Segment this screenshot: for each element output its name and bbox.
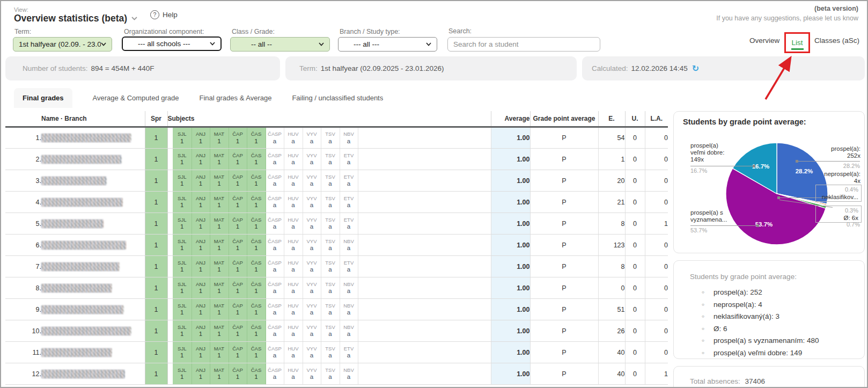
- subject-cell: SJL1: [173, 213, 192, 235]
- average-value: 1.00: [491, 363, 530, 385]
- header-average[interactable]: Average: [491, 111, 530, 127]
- refresh-icon[interactable]: ↻: [692, 63, 699, 74]
- student-row[interactable]: 1.1SJL1ANJ1MAT1ČAP1ČAS1ČASPaHUVaVYVaTSVa…: [5, 127, 668, 149]
- student-name[interactable]: [41, 213, 145, 235]
- row-number: 11.: [5, 342, 41, 363]
- header-name-branch[interactable]: Name · Branch: [41, 111, 145, 127]
- view-selector-dropdown[interactable]: Overview statistics (beta): [14, 13, 137, 24]
- subject-cell: ETVa: [340, 170, 358, 192]
- gpa-value: P: [530, 235, 598, 256]
- student-row[interactable]: 6.1SJL1ANJ1MAT1ČAP1ČAS1ČASPaHUVaVYVaTSVa…: [5, 235, 668, 256]
- tab-final-grades-average[interactable]: Final grades & Average: [200, 88, 272, 108]
- students-count-value: 894 = 454M + 440F: [91, 64, 155, 72]
- row-number: 3.: [5, 170, 41, 192]
- tab-final-grades[interactable]: Final grades: [14, 88, 72, 108]
- nav-tab-list[interactable]: List: [786, 39, 808, 47]
- student-row[interactable]: 9.1SJL1ANJ1MAT1ČAP1ČAS1ČASPaHUVaVYVaTSVa…: [5, 299, 668, 320]
- subject-cell: ČAS1: [247, 256, 266, 277]
- search-input[interactable]: [447, 37, 600, 52]
- student-name[interactable]: [41, 149, 145, 170]
- student-row[interactable]: 5.1SJL1ANJ1MAT1ČAP1ČAS1ČASPaHUVaVYVaTSVa…: [5, 213, 668, 235]
- student-name[interactable]: [41, 192, 145, 213]
- subject-cell: TSVa: [321, 256, 340, 277]
- student-row[interactable]: 2.1SJL1ANJ1MAT1ČAP1ČAS1ČASPaHUVaVYVaTSVa…: [5, 149, 668, 170]
- subject-cell: ANJ1: [192, 299, 210, 320]
- term-select[interactable]: Term: 1st halfyear (02.09. - 23.0: [13, 37, 112, 52]
- student-row[interactable]: 12.1SJL1ANJ1MAT1ČAP1ČAS1ČASPaHUVaVYVaTSV…: [5, 363, 668, 385]
- subject-cell: NBVa: [340, 235, 358, 256]
- student-row[interactable]: 4.1SJL1ANJ1MAT1ČAP1ČAS1ČASPaHUVaVYVaTSVa…: [5, 192, 668, 213]
- subject-cell: MAT1: [210, 320, 229, 342]
- student-row[interactable]: 8.1SJL1ANJ1MAT1ČAP1ČAS1ČASPaHUVaVYVaTSVa…: [5, 277, 668, 299]
- subject-cell: TSVa: [321, 192, 340, 213]
- header-grade-point-average[interactable]: Grade point average: [530, 111, 598, 127]
- subject-cell: MAT1: [210, 363, 229, 385]
- callout-vyznamenanim: prospel(a) s vyznamena...: [690, 209, 727, 223]
- organizational-component-label: Organizational component:: [124, 28, 204, 35]
- nav-tab-classes-asc[interactable]: Classes (aSc): [814, 36, 859, 45]
- branch-study-type-select[interactable]: Branch / Study type: --- all ---: [338, 37, 437, 52]
- subject-cell: ČASPa: [266, 299, 284, 320]
- student-name[interactable]: [41, 277, 145, 299]
- unexcused-count: 0: [625, 149, 645, 170]
- header-spr[interactable]: Spr: [145, 111, 167, 127]
- student-row[interactable]: 11.1SJL1ANJ1MAT1ČAP1ČAS1ČASPaHUVaVYVaTSV…: [5, 342, 668, 363]
- header-excused[interactable]: E.: [598, 111, 625, 127]
- subject-cell: ČAP1: [229, 277, 247, 299]
- subject-cell: VYVa: [303, 170, 321, 192]
- late-arrival-count: 1: [645, 363, 668, 385]
- pie-label-blue: 28.2%: [796, 168, 813, 174]
- student-name[interactable]: [41, 256, 145, 277]
- header-late-arrivals[interactable]: L.A.: [645, 111, 668, 127]
- calculated-label: Calculated:: [592, 64, 628, 72]
- page-title: Overview statistics (beta): [14, 13, 127, 24]
- class-grade-label: Class / Grade:: [232, 28, 275, 35]
- chevron-down-icon: [101, 42, 106, 46]
- help-button[interactable]: ? Help: [150, 10, 178, 19]
- tab-average-computed-grade[interactable]: Average & Computed grade: [93, 88, 179, 108]
- subject-cell: HUVa: [284, 320, 303, 342]
- spr-grade: 1: [145, 277, 167, 299]
- subject-cell: ČAS1: [247, 363, 266, 385]
- subject-cell: ČASPa: [266, 127, 284, 149]
- subject-cell: ČASPa: [266, 192, 284, 213]
- subject-cell: ČAS1: [247, 235, 266, 256]
- subject-cell: ANJ1: [192, 127, 210, 149]
- tab-failing-unclassified[interactable]: Failing / unclassified students: [292, 88, 383, 108]
- gpa-pie-chart: [723, 140, 830, 247]
- branch-study-type-value: --- all ---: [354, 40, 379, 48]
- spr-grade: 1: [145, 170, 167, 192]
- chevron-down-icon: [210, 42, 215, 46]
- table-header-row: Name · Branch Spr Subjects Average Grade…: [5, 111, 668, 127]
- late-arrival-count: 0: [645, 299, 668, 320]
- spr-grade: 1: [145, 192, 167, 213]
- student-name[interactable]: [41, 299, 145, 320]
- student-name[interactable]: [41, 320, 145, 342]
- nav-tab-overview[interactable]: Overview: [749, 36, 779, 45]
- organizational-component-select[interactable]: Organizational component: --- all school…: [122, 36, 222, 51]
- student-name[interactable]: [41, 170, 145, 192]
- calculated-value: 12.02.2026 14:45: [631, 64, 688, 72]
- subject-cell: ANJ1: [192, 235, 210, 256]
- row-number: 9.: [5, 299, 41, 320]
- class-grade-select[interactable]: Class / Grade: -- all --: [230, 37, 330, 52]
- row-number: 1.: [5, 127, 41, 149]
- callout-priemer-pct: 0.7%: [847, 221, 860, 228]
- subject-cell: VYVa: [303, 149, 321, 170]
- gpa-value: P: [530, 213, 598, 235]
- subject-cell: HUVa: [284, 256, 303, 277]
- unexcused-count: 0: [625, 213, 645, 235]
- student-name[interactable]: [41, 342, 145, 363]
- censored-name: [41, 155, 122, 164]
- student-row[interactable]: 7.1SJL1ANJ1MAT1ČAP1ČAS1ČASPaHUVaVYVaTSVa…: [5, 256, 668, 277]
- student-name[interactable]: [41, 363, 145, 385]
- header-unexcused[interactable]: U.: [625, 111, 645, 127]
- student-name[interactable]: [41, 235, 145, 256]
- callout-vyznamenanim-pct: 53.7%: [690, 227, 707, 233]
- subject-cell: HUVa: [284, 149, 303, 170]
- spr-grade: 1: [145, 363, 167, 385]
- student-row[interactable]: 3.1SJL1ANJ1MAT1ČAP1ČAS1ČASPaHUVaVYVaTSVa…: [5, 170, 668, 192]
- student-row[interactable]: 10.1SJL1ANJ1MAT1ČAP1ČAS1ČASPaHUVaVYVaTSV…: [5, 320, 668, 342]
- student-name[interactable]: [41, 127, 145, 149]
- unexcused-count: 0: [625, 363, 645, 385]
